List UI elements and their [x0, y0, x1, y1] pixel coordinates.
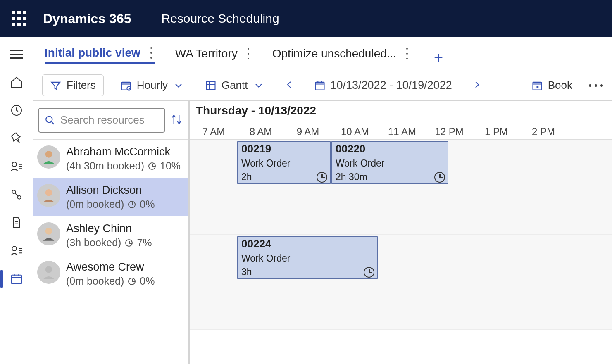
tab-label: Optimize unscheduled...	[272, 47, 396, 60]
resource-name: Allison Dickson	[66, 184, 155, 197]
avatar	[37, 261, 60, 284]
gantt-row[interactable]	[190, 187, 612, 235]
view-dropdown[interactable]: Gantt	[201, 76, 269, 94]
filters-label: Filters	[67, 79, 96, 92]
left-rail	[0, 37, 33, 364]
svg-point-14	[45, 228, 52, 235]
tab-more-icon[interactable]	[147, 47, 155, 59]
booking-duration: 2h	[241, 171, 252, 183]
clock-icon	[317, 172, 327, 183]
hour-header: 12 PM	[426, 126, 473, 138]
svg-point-4	[12, 246, 17, 251]
booking-duration: 3h	[241, 266, 252, 278]
gantt-row[interactable]: 00224 Work Order 3h	[190, 235, 612, 282]
hour-header: 9 AM	[284, 126, 331, 138]
resource-booked: (0m booked)	[66, 198, 124, 210]
tab-optimize-unscheduled[interactable]: Optimize unscheduled...	[272, 45, 411, 63]
hour-header: 8 AM	[237, 126, 284, 138]
schedule-board-icon[interactable]	[10, 272, 24, 286]
view-tabs: Initial public view WA Territory Optimiz…	[33, 37, 612, 70]
accounts-icon[interactable]	[10, 244, 24, 258]
resource-row[interactable]: Awesome Crew (0m booked) 0%	[33, 255, 188, 293]
booking-duration: 2h 30m	[336, 171, 367, 183]
tab-more-icon[interactable]	[244, 48, 252, 59]
hour-header: 2 PM	[520, 126, 567, 138]
svg-point-11	[46, 116, 52, 122]
pin-icon[interactable]	[10, 131, 24, 145]
resource-name: Ashley Chinn	[66, 222, 152, 235]
resource-booked: (3h booked)	[66, 237, 121, 249]
avatar	[37, 145, 60, 169]
prev-range-button[interactable]	[281, 79, 298, 93]
search-resources-input[interactable]: Search resources	[38, 108, 165, 133]
chevron-down-icon	[253, 80, 264, 91]
timescale-dropdown[interactable]: Hourly	[116, 76, 188, 94]
clock-icon	[364, 267, 374, 278]
booking-block[interactable]: 00224 Work Order 3h	[237, 236, 378, 279]
filters-button[interactable]: Filters	[42, 74, 104, 96]
book-label: Book	[548, 79, 572, 92]
toolbar-more-button[interactable]	[589, 84, 603, 87]
resource-name: Abraham McCormick	[66, 145, 181, 158]
tab-label: WA Territory	[175, 47, 238, 60]
svg-point-1	[12, 162, 17, 167]
resource-utilization: 10%	[160, 160, 181, 172]
gantt-row[interactable]	[190, 282, 612, 330]
booking-type: Work Order	[241, 253, 374, 264]
clock-icon	[128, 278, 136, 285]
resource-utilization: 0%	[140, 275, 155, 287]
hour-header: 11 AM	[379, 126, 426, 138]
tab-label: Initial public view	[45, 46, 140, 59]
hour-header: 1 PM	[473, 126, 520, 138]
gantt-row[interactable]: 00219 Work Order 2h 00220 Work Order 2h …	[190, 140, 612, 187]
book-button[interactable]: Book	[527, 76, 576, 94]
timescale-label: Hourly	[137, 79, 168, 92]
svg-point-12	[45, 151, 52, 158]
svg-rect-5	[12, 275, 21, 284]
resource-utilization: 7%	[137, 237, 152, 249]
svg-rect-8	[206, 81, 215, 89]
hour-header: 10 AM	[331, 126, 379, 138]
next-range-button[interactable]	[469, 79, 485, 93]
search-icon	[45, 115, 55, 126]
tab-wa-territory[interactable]: WA Territory	[175, 45, 252, 63]
hour-header: 7 AM	[190, 126, 237, 138]
schedule-toolbar: Filters Hourly Gantt 10/13/2022 - 10/19/…	[33, 70, 612, 101]
clock-icon	[434, 172, 445, 183]
relationships-icon[interactable]	[10, 188, 24, 202]
booking-id: 00219	[241, 143, 327, 155]
avatar	[37, 222, 60, 245]
resource-booked: (0m booked)	[66, 275, 124, 287]
booking-type: Work Order	[241, 158, 327, 169]
tab-more-icon[interactable]	[403, 48, 411, 59]
date-range-label: 10/13/2022 - 10/19/2022	[331, 79, 452, 92]
booking-type: Work Order	[336, 158, 445, 169]
view-label: Gantt	[221, 79, 248, 92]
clock-icon	[148, 162, 156, 170]
booking-block[interactable]: 00219 Work Order 2h	[237, 141, 331, 184]
date-range-picker[interactable]: 10/13/2022 - 10/19/2022	[310, 76, 456, 94]
booking-block[interactable]: 00220 Work Order 2h 30m	[331, 141, 448, 184]
resource-row[interactable]: Abraham McCormick (4h 30m booked) 10%	[33, 140, 188, 178]
menu-icon[interactable]	[10, 47, 24, 61]
resource-booked: (4h 30m booked)	[66, 160, 144, 172]
chevron-down-icon	[173, 80, 184, 91]
clock-icon	[128, 201, 136, 208]
home-icon[interactable]	[10, 75, 24, 89]
documents-icon[interactable]	[10, 216, 24, 230]
tab-initial-public-view[interactable]: Initial public view	[45, 44, 155, 64]
add-tab-button[interactable]: ＋	[431, 47, 444, 60]
resource-row[interactable]: Allison Dickson (0m booked) 0%	[33, 178, 188, 216]
sort-button[interactable]	[170, 113, 183, 127]
recent-icon[interactable]	[10, 103, 24, 117]
avatar	[37, 184, 60, 207]
app-launcher-icon[interactable]	[12, 11, 26, 26]
resource-utilization: 0%	[140, 198, 155, 210]
search-placeholder: Search resources	[60, 114, 145, 126]
svg-rect-9	[315, 82, 324, 90]
brand-title: Dynamics 365	[43, 11, 131, 26]
resource-name: Awesome Crew	[66, 261, 155, 274]
svg-point-13	[45, 189, 52, 196]
resource-row[interactable]: Ashley Chinn (3h booked) 7%	[33, 216, 188, 255]
contacts-icon[interactable]	[10, 159, 24, 174]
